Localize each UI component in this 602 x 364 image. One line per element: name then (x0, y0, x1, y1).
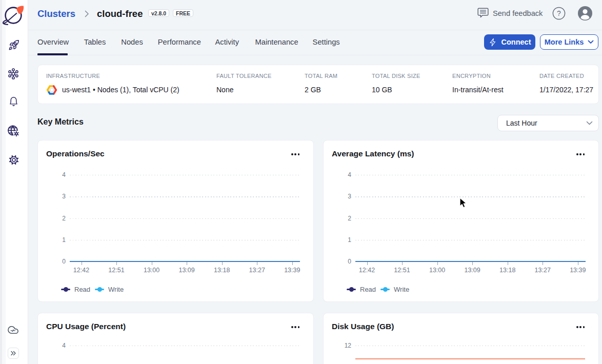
svg-text:?: ? (557, 9, 561, 17)
